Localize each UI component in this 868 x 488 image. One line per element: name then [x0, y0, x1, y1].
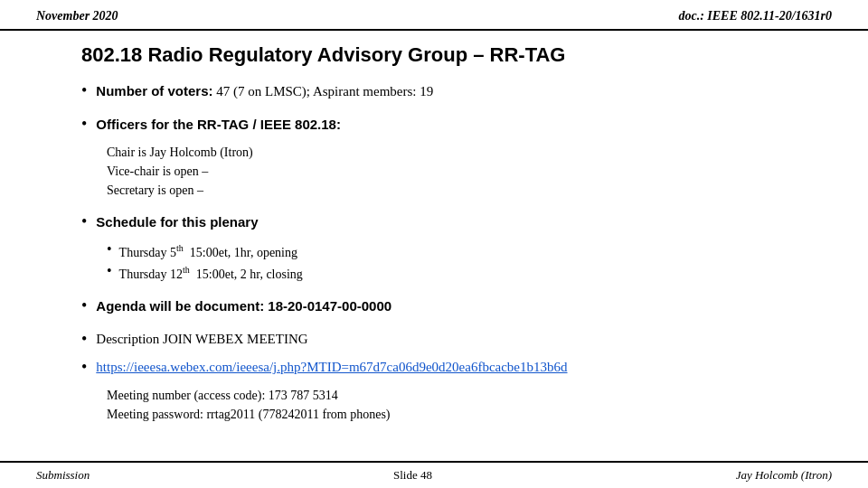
bullet-dot-voters: •: [81, 80, 87, 102]
bullet-item-voters: • Number of voters: 47 (7 on LMSC); Aspi…: [81, 81, 805, 102]
header-doc: doc.: IEEE 802.11-20/1631r0: [678, 9, 832, 23]
bullet-item-officers: • Officers for the RR-TAG / IEEE 802.18:: [81, 115, 805, 136]
schedule-text-2: Thursday 12th 15:00et, 2 hr, closing: [119, 263, 303, 284]
bullet-text-schedule: Schedule for this plenary: [96, 212, 258, 231]
bullet-agenda: • Agenda will be document: 18-20-0147-00…: [81, 296, 805, 317]
main-title: 802.18 Radio Regulatory Advisory Group –…: [81, 43, 805, 67]
secretary-line: Secretary is open –: [107, 181, 805, 200]
bullet-item-schedule: • Schedule for this plenary: [81, 212, 805, 233]
bullet-dot-schedule: •: [81, 211, 87, 233]
vicechair-line: Vice-chair is open –: [107, 162, 805, 181]
bullet-text-voters: Number of voters: 47 (7 on LMSC); Aspira…: [96, 81, 433, 101]
bullet-item-webex-1: • Description JOIN WEBEX MEETING: [81, 330, 805, 351]
footer-slide-number: Slide 48: [393, 468, 432, 483]
slide: November 2020 doc.: IEEE 802.11-20/1631r…: [0, 0, 868, 488]
slide-footer: Submission Slide 48 Jay Holcomb (Itron): [0, 461, 868, 488]
meeting-number: Meeting number (access code): 173 787 53…: [107, 386, 805, 405]
bullet-dot-webex-1: •: [81, 328, 87, 351]
bullet-dot-webex-2: •: [81, 356, 87, 379]
bullet-voters: • Number of voters: 47 (7 on LMSC); Aspi…: [81, 81, 805, 102]
voters-label: Number of voters:: [96, 83, 212, 99]
schedule-sub: • Thursday 5th 15:00et, 1hr, opening • T…: [107, 241, 805, 284]
bullet-text-webex-desc: Description JOIN WEBEX MEETING: [96, 330, 307, 349]
chair-line: Chair is Jay Holcomb (Itron): [107, 143, 805, 162]
schedule-item-1: • Thursday 5th 15:00et, 1hr, opening: [107, 241, 805, 262]
bullet-officers: • Officers for the RR-TAG / IEEE 802.18:…: [81, 115, 805, 200]
schedule-item-2: • Thursday 12th 15:00et, 2 hr, closing: [107, 263, 805, 284]
sub-dot-2: •: [107, 263, 112, 279]
bullet-text-agenda: Agenda will be document: 18-20-0147-00-0…: [96, 296, 392, 315]
footer-submission: Submission: [36, 468, 90, 483]
meeting-password: Meeting password: rrtag2011 (778242011 f…: [107, 405, 805, 424]
bullet-dot-officers: •: [81, 113, 87, 136]
header-date: November 2020: [36, 9, 118, 23]
schedule-text-1: Thursday 5th 15:00et, 1hr, opening: [119, 241, 297, 262]
bullet-schedule: • Schedule for this plenary • Thursday 5…: [81, 212, 805, 284]
bullet-text-officers: Officers for the RR-TAG / IEEE 802.18:: [96, 115, 341, 134]
webex-extra: Meeting number (access code): 173 787 53…: [107, 386, 805, 424]
bullet-item-webex-2: • https://ieeesa.webex.com/ieeesa/j.php?…: [81, 358, 805, 379]
bullet-webex: • Description JOIN WEBEX MEETING • https…: [81, 330, 805, 424]
footer-author: Jay Holcomb (Itron): [736, 468, 832, 483]
webex-link[interactable]: https://ieeesa.webex.com/ieeesa/j.php?MT…: [96, 358, 567, 377]
voters-value: 47 (7 on LMSC); Aspirant members: 19: [216, 84, 433, 99]
slide-content: 802.18 Radio Regulatory Advisory Group –…: [0, 31, 868, 446]
officers-sub: Chair is Jay Holcomb (Itron) Vice-chair …: [107, 143, 805, 200]
bullet-dot-agenda: •: [81, 295, 87, 317]
bullet-item-agenda: • Agenda will be document: 18-20-0147-00…: [81, 296, 805, 317]
sub-dot-1: •: [107, 241, 112, 258]
slide-header: November 2020 doc.: IEEE 802.11-20/1631r…: [0, 0, 868, 31]
